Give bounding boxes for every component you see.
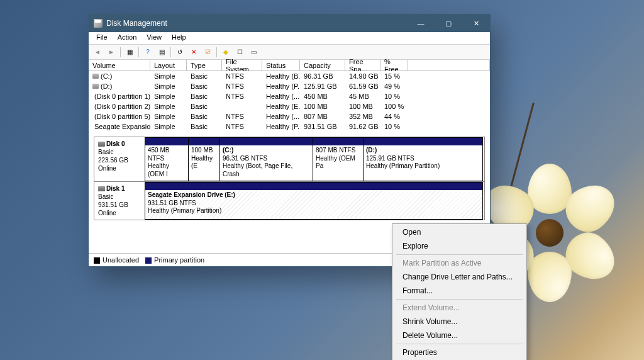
ctx-format[interactable]: Format... bbox=[394, 284, 525, 298]
disk-icon bbox=[98, 186, 105, 191]
titlebar[interactable]: Disk Management — ▢ ✕ bbox=[89, 14, 490, 32]
refresh-icon[interactable]: ↺ bbox=[174, 46, 186, 59]
ctx-mark-active: Mark Partition as Active bbox=[394, 256, 525, 270]
toolbar: ◄ ► ▦ ? ▤ ↺ ✕ ☑ ◆ ☐ ▭ bbox=[89, 45, 490, 60]
wizard-icon[interactable]: ◆ bbox=[219, 46, 232, 59]
disk-icon bbox=[98, 142, 105, 147]
volume-icon bbox=[92, 74, 99, 79]
volume-icon bbox=[92, 84, 99, 89]
ctx-delete[interactable]: Delete Volume... bbox=[394, 329, 525, 342]
menu-action[interactable]: Action bbox=[113, 32, 142, 44]
app-icon bbox=[94, 19, 103, 28]
volume-list: (C:)SimpleBasicNTFSHealthy (B...96.31 GB… bbox=[89, 71, 490, 132]
col-volume[interactable]: Volume bbox=[89, 60, 150, 70]
menubar: File Action View Help bbox=[89, 32, 490, 45]
check-icon[interactable]: ☑ bbox=[201, 46, 214, 59]
details-icon[interactable]: ▤ bbox=[155, 46, 168, 59]
volume-row[interactable]: (C:)SimpleBasicNTFSHealthy (B...96.31 GB… bbox=[89, 71, 490, 81]
col-free[interactable]: Free Spa... bbox=[345, 60, 380, 70]
disk-icon[interactable]: ☐ bbox=[233, 46, 246, 59]
delete-icon[interactable]: ✕ bbox=[187, 46, 200, 59]
disk-info: Disk 1Basic931.51 GBOnline bbox=[94, 182, 145, 220]
volume-row[interactable]: (Disk 0 partition 1)SimpleBasicNTFSHealt… bbox=[89, 91, 490, 101]
disk-row: Disk 0Basic223.56 GBOnline450 MB NTFSHea… bbox=[94, 137, 484, 182]
ctx-shrink[interactable]: Shrink Volume... bbox=[394, 315, 525, 329]
disk-graphic-panel: Disk 0Basic223.56 GBOnline450 MB NTFSHea… bbox=[94, 137, 485, 220]
volume-row[interactable]: (Disk 0 partition 5)SimpleBasicNTFSHealt… bbox=[89, 111, 490, 121]
partition[interactable]: 100 MBHealthy (E bbox=[189, 137, 220, 181]
menu-file[interactable]: File bbox=[91, 32, 113, 44]
minimize-button[interactable]: — bbox=[407, 14, 435, 32]
col-layout[interactable]: Layout bbox=[150, 60, 187, 70]
legend-primary-swatch bbox=[145, 257, 152, 264]
ctx-open[interactable]: Open bbox=[394, 225, 525, 239]
col-filesystem[interactable]: File System bbox=[222, 60, 262, 70]
volume-row[interactable]: (D:)SimpleBasicNTFSHealthy (P...125.91 G… bbox=[89, 81, 490, 91]
help-icon[interactable]: ? bbox=[142, 46, 154, 59]
partition[interactable]: (C:)96.31 GB NTFSHealthy (Boot, Page Fil… bbox=[220, 137, 313, 181]
ctx-explore[interactable]: Explore bbox=[394, 239, 525, 253]
list-icon[interactable]: ▭ bbox=[247, 46, 260, 59]
menu-help[interactable]: Help bbox=[167, 32, 191, 44]
disk-info: Disk 0Basic223.56 GBOnline bbox=[94, 137, 145, 181]
forward-icon[interactable]: ► bbox=[105, 46, 118, 59]
col-status[interactable]: Status bbox=[262, 60, 300, 70]
disk-row: Disk 1Basic931.51 GBOnlineSeagate Expans… bbox=[94, 182, 484, 220]
legend-unallocated: Unallocated bbox=[103, 256, 139, 264]
maximize-button[interactable]: ▢ bbox=[435, 14, 462, 32]
ctx-properties[interactable]: Properties bbox=[394, 346, 525, 359]
decor-stem bbox=[500, 103, 535, 225]
back-icon[interactable]: ◄ bbox=[91, 46, 104, 59]
partition[interactable]: (D:)125.91 GB NTFSHealthy (Primary Parti… bbox=[364, 137, 483, 181]
close-button[interactable]: ✕ bbox=[462, 14, 490, 32]
volume-row[interactable]: (Disk 0 partition 2)SimpleBasicHealthy (… bbox=[89, 101, 490, 111]
ctx-extend: Extend Volume... bbox=[394, 301, 525, 315]
volume-row[interactable]: Seagate Expansion...SimpleBasicNTFSHealt… bbox=[89, 121, 490, 132]
volume-list-header: Volume Layout Type File System Status Ca… bbox=[89, 60, 490, 71]
legend-unallocated-swatch bbox=[94, 257, 100, 264]
grid-view-icon[interactable]: ▦ bbox=[123, 46, 136, 59]
col-capacity[interactable]: Capacity bbox=[300, 60, 345, 70]
menu-view[interactable]: View bbox=[142, 32, 167, 44]
partition[interactable]: 807 MB NTFSHealthy (OEM Pa bbox=[313, 137, 364, 181]
window-controls: — ▢ ✕ bbox=[407, 14, 490, 32]
ctx-change-letter[interactable]: Change Drive Letter and Paths... bbox=[394, 270, 525, 284]
partition[interactable]: 450 MB NTFSHealthy (OEM I bbox=[145, 137, 189, 181]
partition-map: 450 MB NTFSHealthy (OEM I100 MBHealthy (… bbox=[145, 137, 484, 181]
legend-primary: Primary partition bbox=[154, 256, 204, 264]
partition-map: Seagate Expansion Drive (E:)931.51 GB NT… bbox=[145, 182, 484, 220]
partition[interactable]: Seagate Expansion Drive (E:)931.51 GB NT… bbox=[145, 182, 483, 220]
context-menu: Open Explore Mark Partition as Active Ch… bbox=[392, 223, 527, 360]
window-title: Disk Management bbox=[106, 19, 167, 28]
col-pct[interactable]: % Free bbox=[380, 60, 408, 70]
col-type[interactable]: Type bbox=[187, 60, 222, 70]
